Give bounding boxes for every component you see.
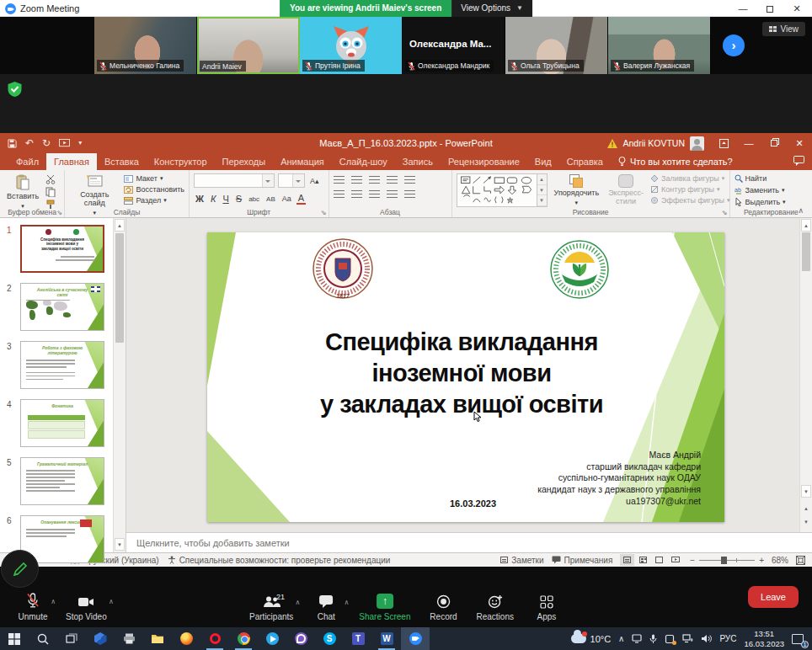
- chat-button[interactable]: Chat ∧: [302, 590, 350, 623]
- taskbar-clock[interactable]: 13:51 16.03.2023: [744, 629, 784, 648]
- participant-tile[interactable]: Мельниченко Галина: [94, 17, 197, 74]
- font-color-button[interactable]: А: [296, 193, 306, 205]
- taskbar-app-skype[interactable]: S: [315, 627, 344, 650]
- arrange-button[interactable]: Упорядочить ▾: [552, 173, 602, 207]
- underline-button[interactable]: Ч: [221, 194, 230, 204]
- italic-button[interactable]: К: [209, 194, 217, 204]
- layout-button[interactable]: Макет▾: [124, 174, 184, 183]
- notes-toggle[interactable]: Заметки: [500, 556, 543, 565]
- gallery-more-icon[interactable]: ▼: [537, 195, 547, 206]
- unmute-options-chevron[interactable]: ∧: [51, 598, 56, 605]
- zoom-slider[interactable]: −+: [690, 556, 764, 565]
- tab-design[interactable]: Конструктор: [147, 153, 215, 170]
- bold-button[interactable]: Ж: [194, 194, 206, 204]
- replace-button[interactable]: abЗаменить▾: [735, 186, 786, 194]
- notes-pane[interactable]: Щелкните, чтобы добавить заметки: [126, 532, 812, 552]
- tab-record[interactable]: Запись: [395, 153, 441, 170]
- zoom-slider-track[interactable]: [699, 560, 755, 561]
- thumbnail-canvas[interactable]: Фонетика: [20, 399, 104, 447]
- change-case-button[interactable]: Aa: [280, 194, 293, 203]
- record-button[interactable]: Record: [419, 590, 467, 623]
- scroll-down-icon[interactable]: ▼: [801, 485, 811, 498]
- tab-transitions[interactable]: Переходы: [215, 153, 274, 170]
- increase-indent-icon[interactable]: [387, 176, 398, 184]
- gallery-down-icon[interactable]: ▼: [537, 185, 547, 196]
- copy-icon[interactable]: [45, 187, 56, 197]
- accessibility-status[interactable]: Специальные возможности: проверьте реком…: [168, 556, 391, 565]
- tray-volume-icon[interactable]: [701, 634, 712, 643]
- participants-chevron[interactable]: ∧: [295, 599, 300, 606]
- drawing-dialog-launcher[interactable]: ⇘: [722, 209, 728, 216]
- justify-icon[interactable]: [387, 190, 398, 198]
- participant-tile-active-speaker[interactable]: Andrii Maiev: [197, 17, 300, 74]
- language-switcher[interactable]: РУС: [719, 634, 736, 643]
- slide-title[interactable]: Специфіка викладання іноземної мови у за…: [207, 327, 716, 420]
- scrollbar-thumb[interactable]: [115, 233, 124, 343]
- apps-button[interactable]: Apps: [522, 590, 571, 623]
- tell-me-search[interactable]: Что вы хотите сделать?: [611, 153, 740, 170]
- align-left-icon[interactable]: [334, 190, 345, 198]
- close-button[interactable]: ✕: [783, 0, 810, 17]
- taskbar-app-teams[interactable]: T: [344, 627, 372, 650]
- zoom-percentage[interactable]: 68%: [772, 556, 788, 565]
- comments-button[interactable]: [793, 156, 804, 168]
- scroll-up-icon[interactable]: ▲: [115, 219, 125, 232]
- slide-sorter-view-button[interactable]: [636, 554, 650, 566]
- slide-thumbnail-5[interactable]: 5 Граматичний матеріал: [5, 457, 126, 505]
- taskbar-app-telegram[interactable]: [258, 627, 286, 650]
- share-screen-button[interactable]: ↑ Share Screen: [350, 590, 419, 623]
- select-button[interactable]: Выделить▾: [735, 198, 786, 206]
- security-shield-icon[interactable]: [7, 81, 23, 98]
- slide-date[interactable]: 16.03.2023: [450, 498, 496, 509]
- tray-display-icon[interactable]: [632, 634, 642, 643]
- account-avatar[interactable]: [690, 136, 704, 151]
- task-view-button[interactable]: [57, 627, 86, 650]
- taskbar-app-firefox[interactable]: [172, 627, 200, 650]
- taskbar-app-zoom[interactable]: [401, 627, 430, 650]
- reactions-button[interactable]: Reactions: [467, 590, 521, 623]
- action-center-button[interactable]: 1: [792, 634, 804, 644]
- taskbar-app-printer[interactable]: [115, 627, 143, 650]
- comments-toggle[interactable]: Примечания: [552, 556, 613, 565]
- participants-button[interactable]: Participants 21 ∧: [241, 590, 302, 623]
- align-center-icon[interactable]: [351, 190, 362, 198]
- fit-slide-icon[interactable]: [796, 556, 805, 565]
- account-info[interactable]: Andrii KOVTUN: [607, 136, 704, 151]
- thumbnail-canvas[interactable]: Граматичний матеріал: [20, 457, 104, 505]
- tab-review[interactable]: Рецензирование: [441, 153, 527, 170]
- next-participants-button[interactable]: ›: [723, 35, 745, 56]
- participant-tile[interactable]: Прутіян Ірина: [300, 17, 403, 74]
- taskbar-app-opera[interactable]: [200, 627, 229, 650]
- decrease-indent-icon[interactable]: [369, 176, 380, 184]
- normal-view-button[interactable]: [620, 554, 634, 566]
- view-options-button[interactable]: View Options▼: [451, 0, 532, 17]
- next-slide-icon[interactable]: ▼: [801, 515, 811, 528]
- slide-thumbnail-3[interactable]: 3 Робота з фаховою літературою: [5, 341, 126, 389]
- taskbar-app-file-explorer[interactable]: [143, 627, 172, 650]
- thumbnail-canvas[interactable]: Англійська в сучасному світі: [20, 283, 104, 331]
- shapes-gallery-scroll[interactable]: ▲▼▼: [537, 173, 548, 207]
- ppt-restore-button[interactable]: [761, 133, 787, 153]
- current-slide[interactable]: 1817 Специфі: [207, 232, 724, 522]
- participant-tile[interactable]: Валерия Лужанская: [608, 17, 711, 74]
- scroll-up-icon[interactable]: ▲: [801, 219, 811, 232]
- tray-network-icon[interactable]: [682, 634, 693, 643]
- stop-video-button[interactable]: Stop Video ∧: [57, 589, 115, 623]
- strikethrough-button[interactable]: S: [234, 194, 243, 204]
- taskbar-app-viber[interactable]: [286, 627, 315, 650]
- participant-tile[interactable]: Ольга Трубицына: [505, 17, 608, 74]
- tray-microphone-icon[interactable]: [649, 634, 657, 644]
- font-dialog-launcher[interactable]: ⇘: [321, 209, 327, 216]
- collapse-ribbon-button[interactable]: ∧: [798, 206, 804, 215]
- participant-tile[interactable]: Олександра Ма... Олександра Мандрик: [403, 17, 505, 74]
- previous-slide-icon[interactable]: ▲: [801, 502, 811, 514]
- start-button[interactable]: [0, 627, 29, 650]
- slide-scrollbar[interactable]: ▲ ▼ ▲ ▼: [799, 218, 812, 532]
- view-layout-button[interactable]: View: [762, 22, 806, 36]
- chat-chevron[interactable]: ∧: [344, 599, 349, 606]
- grow-font-button[interactable]: А▴: [308, 177, 321, 185]
- search-button[interactable]: [29, 627, 57, 650]
- annotation-pencil-button[interactable]: [1, 550, 39, 588]
- tray-security-icon[interactable]: [665, 634, 675, 644]
- tray-expand-chevron[interactable]: ∧: [618, 634, 624, 643]
